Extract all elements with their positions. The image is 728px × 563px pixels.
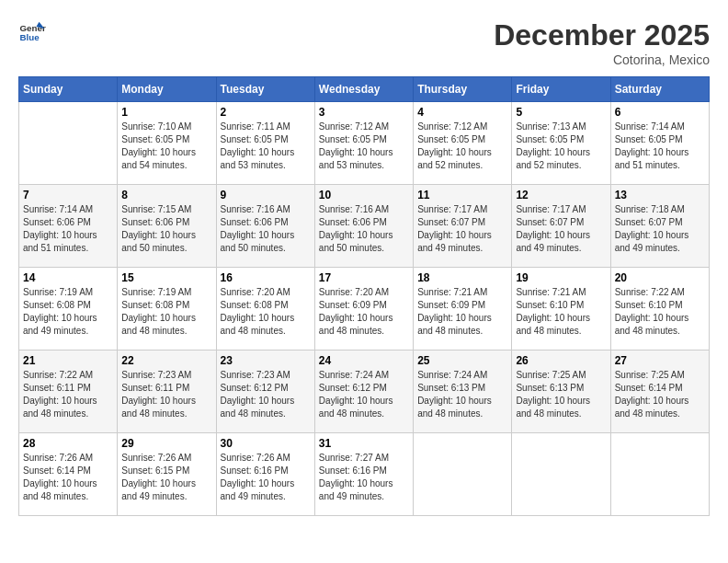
day-info: Sunrise: 7:24 AMSunset: 6:12 PMDaylight:… — [319, 369, 409, 420]
day-number: 23 — [221, 354, 311, 367]
day-info: Sunrise: 7:22 AMSunset: 6:10 PMDaylight:… — [615, 286, 705, 338]
weekday-header-sunday: Sunday — [19, 77, 118, 102]
weekday-header-saturday: Saturday — [610, 77, 709, 102]
weekday-header-tuesday: Tuesday — [216, 77, 314, 102]
calendar-day-cell: 22Sunrise: 7:23 AMSunset: 6:11 PMDayligh… — [118, 350, 216, 433]
calendar-day-cell: 25Sunrise: 7:24 AMSunset: 6:13 PMDayligh… — [414, 350, 512, 433]
empty-cell — [610, 433, 709, 516]
calendar-day-cell: 29Sunrise: 7:26 AMSunset: 6:15 PMDayligh… — [118, 433, 216, 516]
day-info: Sunrise: 7:21 AMSunset: 6:10 PMDaylight:… — [516, 286, 606, 338]
title-block: December 2025 Cotorina, Mexico — [494, 18, 710, 67]
day-number: 25 — [417, 354, 507, 367]
calendar-day-cell: 6Sunrise: 7:14 AMSunset: 6:05 PMDaylight… — [610, 102, 709, 185]
day-number: 30 — [221, 437, 311, 450]
calendar-day-cell: 10Sunrise: 7:16 AMSunset: 6:06 PMDayligh… — [314, 185, 413, 268]
calendar-week-row: 28Sunrise: 7:26 AMSunset: 6:14 PMDayligh… — [19, 433, 710, 516]
empty-cell — [19, 102, 118, 185]
calendar-day-cell: 15Sunrise: 7:19 AMSunset: 6:08 PMDayligh… — [118, 268, 216, 350]
logo-icon: General Blue — [18, 18, 46, 46]
day-number: 22 — [121, 354, 211, 367]
day-number: 2 — [221, 106, 311, 119]
day-number: 11 — [417, 189, 507, 201]
day-info: Sunrise: 7:17 AMSunset: 6:07 PMDaylight:… — [516, 203, 606, 255]
day-info: Sunrise: 7:25 AMSunset: 6:14 PMDaylight:… — [615, 369, 705, 420]
day-info: Sunrise: 7:16 AMSunset: 6:06 PMDaylight:… — [221, 203, 311, 255]
day-number: 27 — [615, 354, 705, 367]
day-number: 15 — [121, 271, 211, 284]
day-info: Sunrise: 7:23 AMSunset: 6:12 PMDaylight:… — [221, 369, 311, 420]
empty-cell — [512, 433, 610, 516]
calendar-day-cell: 9Sunrise: 7:16 AMSunset: 6:06 PMDaylight… — [216, 185, 314, 268]
day-number: 10 — [319, 189, 409, 201]
day-info: Sunrise: 7:20 AMSunset: 6:08 PMDaylight:… — [221, 286, 311, 338]
calendar-day-cell: 16Sunrise: 7:20 AMSunset: 6:08 PMDayligh… — [216, 268, 314, 350]
weekday-header-wednesday: Wednesday — [314, 77, 413, 102]
day-number: 29 — [121, 437, 211, 450]
day-info: Sunrise: 7:26 AMSunset: 6:16 PMDaylight:… — [221, 452, 311, 503]
calendar-day-cell: 30Sunrise: 7:26 AMSunset: 6:16 PMDayligh… — [216, 433, 314, 516]
calendar-day-cell: 17Sunrise: 7:20 AMSunset: 6:09 PMDayligh… — [314, 268, 413, 350]
day-number: 18 — [417, 271, 507, 284]
calendar-day-cell: 14Sunrise: 7:19 AMSunset: 6:08 PMDayligh… — [19, 268, 118, 350]
day-info: Sunrise: 7:19 AMSunset: 6:08 PMDaylight:… — [23, 286, 113, 338]
day-info: Sunrise: 7:14 AMSunset: 6:05 PMDaylight:… — [615, 121, 705, 172]
calendar-week-row: 14Sunrise: 7:19 AMSunset: 6:08 PMDayligh… — [19, 268, 710, 350]
day-number: 21 — [23, 354, 113, 367]
day-info: Sunrise: 7:18 AMSunset: 6:07 PMDaylight:… — [615, 203, 705, 255]
day-info: Sunrise: 7:19 AMSunset: 6:08 PMDaylight:… — [121, 286, 211, 338]
calendar-day-cell: 28Sunrise: 7:26 AMSunset: 6:14 PMDayligh… — [19, 433, 118, 516]
svg-text:Blue: Blue — [20, 32, 40, 42]
calendar-day-cell: 11Sunrise: 7:17 AMSunset: 6:07 PMDayligh… — [414, 185, 512, 268]
day-number: 6 — [615, 106, 705, 119]
calendar-day-cell: 24Sunrise: 7:24 AMSunset: 6:12 PMDayligh… — [314, 350, 413, 433]
calendar-day-cell: 8Sunrise: 7:15 AMSunset: 6:06 PMDaylight… — [118, 185, 216, 268]
weekday-header-monday: Monday — [118, 77, 216, 102]
day-info: Sunrise: 7:15 AMSunset: 6:06 PMDaylight:… — [121, 203, 211, 255]
day-number: 19 — [516, 271, 606, 284]
day-info: Sunrise: 7:24 AMSunset: 6:13 PMDaylight:… — [417, 369, 507, 420]
day-number: 28 — [23, 437, 113, 450]
calendar-day-cell: 4Sunrise: 7:12 AMSunset: 6:05 PMDaylight… — [414, 102, 512, 185]
day-number: 3 — [319, 106, 409, 119]
day-info: Sunrise: 7:23 AMSunset: 6:11 PMDaylight:… — [121, 369, 211, 420]
day-info: Sunrise: 7:12 AMSunset: 6:05 PMDaylight:… — [319, 121, 409, 172]
day-info: Sunrise: 7:20 AMSunset: 6:09 PMDaylight:… — [319, 286, 409, 338]
day-number: 12 — [516, 189, 606, 201]
page-header: General Blue December 2025 Cotorina, Mex… — [18, 18, 710, 67]
day-number: 24 — [319, 354, 409, 367]
day-number: 16 — [221, 271, 311, 284]
day-info: Sunrise: 7:25 AMSunset: 6:13 PMDaylight:… — [516, 369, 606, 420]
day-info: Sunrise: 7:16 AMSunset: 6:06 PMDaylight:… — [319, 203, 409, 255]
day-number: 7 — [23, 189, 113, 201]
day-number: 4 — [417, 106, 507, 119]
weekday-header-friday: Friday — [512, 77, 610, 102]
day-info: Sunrise: 7:17 AMSunset: 6:07 PMDaylight:… — [417, 203, 507, 255]
day-number: 1 — [121, 106, 211, 119]
day-info: Sunrise: 7:10 AMSunset: 6:05 PMDaylight:… — [121, 121, 211, 172]
day-number: 13 — [615, 189, 705, 201]
calendar-day-cell: 5Sunrise: 7:13 AMSunset: 6:05 PMDaylight… — [512, 102, 610, 185]
calendar-day-cell: 27Sunrise: 7:25 AMSunset: 6:14 PMDayligh… — [610, 350, 709, 433]
weekday-header-thursday: Thursday — [414, 77, 512, 102]
calendar-day-cell: 19Sunrise: 7:21 AMSunset: 6:10 PMDayligh… — [512, 268, 610, 350]
calendar-day-cell: 31Sunrise: 7:27 AMSunset: 6:16 PMDayligh… — [314, 433, 413, 516]
day-number: 26 — [516, 354, 606, 367]
day-number: 9 — [221, 189, 311, 201]
day-info: Sunrise: 7:26 AMSunset: 6:15 PMDaylight:… — [121, 452, 211, 503]
day-number: 17 — [319, 271, 409, 284]
day-info: Sunrise: 7:22 AMSunset: 6:11 PMDaylight:… — [23, 369, 113, 420]
calendar-day-cell: 18Sunrise: 7:21 AMSunset: 6:09 PMDayligh… — [414, 268, 512, 350]
calendar-day-cell: 7Sunrise: 7:14 AMSunset: 6:06 PMDaylight… — [19, 185, 118, 268]
day-number: 20 — [615, 271, 705, 284]
logo: General Blue — [18, 18, 46, 46]
empty-cell — [414, 433, 512, 516]
calendar-day-cell: 13Sunrise: 7:18 AMSunset: 6:07 PMDayligh… — [610, 185, 709, 268]
calendar-day-cell: 20Sunrise: 7:22 AMSunset: 6:10 PMDayligh… — [610, 268, 709, 350]
day-info: Sunrise: 7:14 AMSunset: 6:06 PMDaylight:… — [23, 203, 113, 255]
calendar-day-cell: 2Sunrise: 7:11 AMSunset: 6:05 PMDaylight… — [216, 102, 314, 185]
day-info: Sunrise: 7:27 AMSunset: 6:16 PMDaylight:… — [319, 452, 409, 503]
month-title: December 2025 — [494, 18, 710, 52]
day-number: 31 — [319, 437, 409, 450]
calendar-day-cell: 1Sunrise: 7:10 AMSunset: 6:05 PMDaylight… — [118, 102, 216, 185]
day-info: Sunrise: 7:12 AMSunset: 6:05 PMDaylight:… — [417, 121, 507, 172]
